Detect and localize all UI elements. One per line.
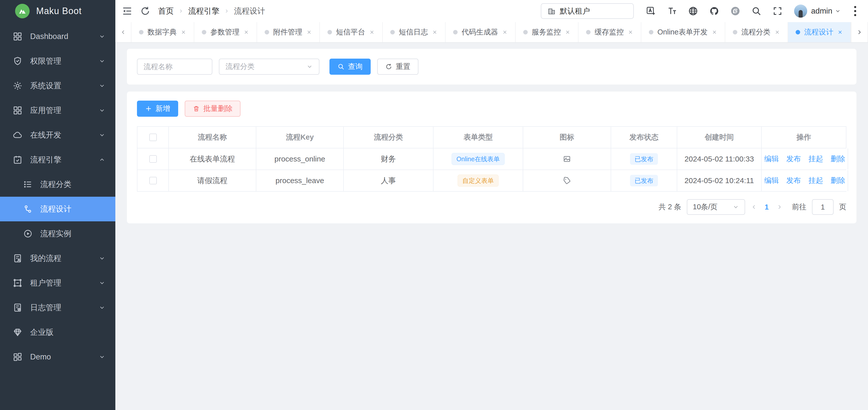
publish-link[interactable]: 发布 — [786, 176, 801, 186]
next-page-icon[interactable] — [776, 204, 783, 210]
gitee-icon[interactable] — [730, 6, 740, 16]
sidebar-item-my-flows[interactable]: 我的流程 — [0, 246, 115, 271]
add-button[interactable]: 新增 — [137, 100, 178, 117]
sidebar-item-dashboard[interactable]: Dashboard — [0, 24, 115, 49]
tab-dot — [733, 30, 737, 34]
github-icon[interactable] — [709, 6, 719, 16]
close-icon[interactable] — [244, 29, 249, 35]
building-icon — [547, 7, 556, 16]
breadcrumb-flow-engine[interactable]: 流程引擎 — [188, 6, 219, 16]
tab-flow-category[interactable]: 流程分类 — [725, 22, 788, 42]
select-all-checkbox[interactable] — [149, 134, 157, 141]
suspend-link[interactable]: 挂起 — [808, 154, 823, 164]
page-number[interactable]: 1 — [763, 203, 771, 211]
suspend-link[interactable]: 挂起 — [808, 176, 823, 186]
sidebar-item-app-management[interactable]: 应用管理 — [0, 98, 115, 123]
app-title: Maku Boot — [36, 6, 82, 16]
status-cell: 已发布 — [611, 148, 677, 170]
sidebar-item-flow-engine[interactable]: 流程引擎 — [0, 147, 115, 172]
tab-service-monitor[interactable]: 服务监控 — [516, 22, 579, 42]
close-icon[interactable] — [369, 29, 375, 35]
sidebar-item-system-settings[interactable]: 系统设置 — [0, 74, 115, 98]
add-button-label: 新增 — [156, 104, 170, 114]
close-icon[interactable] — [565, 29, 570, 35]
reset-button[interactable]: 重置 — [377, 59, 418, 75]
tab-code-generator[interactable]: 代码生成器 — [445, 22, 516, 42]
sidebar-item-flow-category[interactable]: 流程分类 — [0, 172, 115, 197]
page-size-select[interactable]: 10条/页 — [687, 199, 745, 215]
font-size-icon[interactable] — [667, 6, 677, 16]
publish-link[interactable]: 发布 — [786, 154, 801, 164]
sidebar-item-label: 权限管理 — [30, 56, 91, 66]
tabs-scroll-right[interactable] — [851, 22, 868, 42]
created-cell: 2024-05-02 10:24:11 — [677, 170, 762, 191]
close-icon[interactable] — [432, 29, 437, 35]
chevron-down-icon — [99, 354, 105, 360]
refresh-icon[interactable] — [140, 6, 151, 16]
user-name[interactable]: admin — [811, 6, 832, 16]
more-menu-icon[interactable] — [851, 6, 860, 16]
tab-sms-platform[interactable]: 短信平台 — [320, 22, 383, 42]
flow-design-icon — [23, 204, 33, 214]
pagination: 共 2 条 10条/页 1 前往 页 — [137, 199, 846, 215]
tab-parameter-management[interactable]: 参数管理 — [194, 22, 257, 42]
tab-online-form-dev[interactable]: Online表单开发 — [641, 22, 725, 42]
sidebar-item-enterprise[interactable]: 企业版 — [0, 320, 115, 345]
close-icon[interactable] — [502, 29, 508, 35]
chevron-up-icon — [99, 156, 105, 163]
flow-name-input[interactable] — [137, 59, 212, 75]
tab-flow-design[interactable]: 流程设计 — [788, 22, 851, 42]
edit-link[interactable]: 编辑 — [764, 154, 779, 164]
query-button[interactable]: 查询 — [330, 59, 371, 75]
fullscreen-icon[interactable] — [773, 6, 782, 16]
page-unit-label: 页 — [839, 202, 846, 212]
flow-category-select[interactable]: 流程分类 — [219, 59, 319, 75]
row-checkbox[interactable] — [149, 177, 157, 184]
avatar[interactable] — [794, 4, 807, 18]
tab-bar-end — [851, 22, 868, 42]
delete-link[interactable]: 删除 — [831, 176, 845, 186]
tab-sms-log[interactable]: 短信日志 — [383, 22, 445, 42]
close-icon[interactable] — [306, 29, 312, 35]
collapse-sidebar-icon[interactable] — [122, 6, 132, 16]
close-icon[interactable] — [775, 29, 780, 35]
prev-page-icon[interactable] — [751, 204, 757, 210]
globe-icon[interactable] — [688, 6, 698, 16]
row-checkbox[interactable] — [149, 155, 157, 163]
table-row: 在线表单流程 process_online 财务 Online在线表单 已发布 … — [137, 148, 846, 170]
document-check-icon — [12, 302, 23, 313]
close-icon[interactable] — [837, 29, 843, 35]
close-icon[interactable] — [712, 29, 717, 35]
translate-icon[interactable] — [646, 6, 656, 16]
app-logo[interactable]: Maku Boot — [0, 0, 115, 22]
close-icon[interactable] — [181, 29, 186, 35]
delete-link[interactable]: 删除 — [831, 154, 845, 164]
chevron-down-icon[interactable] — [835, 8, 841, 14]
tab-attachment-management[interactable]: 附件管理 — [257, 22, 320, 42]
sidebar-item-flow-instance[interactable]: 流程实例 — [0, 221, 115, 246]
tenant-name: 默认租户 — [560, 6, 590, 16]
plus-icon — [145, 105, 152, 112]
sidebar-item-label: 流程引擎 — [30, 154, 91, 165]
sidebar-item-flow-design[interactable]: 流程设计 — [0, 197, 115, 221]
sidebar-item-log-management[interactable]: 日志管理 — [0, 295, 115, 320]
icon-cell — [523, 148, 611, 170]
goto-page-input[interactable] — [812, 199, 834, 215]
edit-link[interactable]: 编辑 — [764, 176, 779, 186]
sidebar-item-permissions[interactable]: 权限管理 — [0, 49, 115, 74]
search-icon[interactable] — [751, 6, 762, 16]
sidebar-item-tenant-management[interactable]: 租户管理 — [0, 271, 115, 295]
close-icon[interactable] — [628, 29, 633, 35]
tab-data-dictionary[interactable]: 数据字典 — [131, 22, 194, 42]
row-actions: 编辑 发布 挂起 删除 — [764, 154, 845, 164]
trash-icon — [193, 105, 200, 112]
batch-delete-button[interactable]: 批量删除 — [185, 100, 241, 117]
tab-dot — [390, 30, 395, 34]
breadcrumb-home[interactable]: 首页 — [158, 6, 174, 16]
tab-cache-monitor[interactable]: 缓存监控 — [579, 22, 641, 42]
sidebar-item-demo[interactable]: Demo — [0, 345, 115, 369]
form-type-badge: 自定义表单 — [458, 175, 499, 187]
sidebar-item-online-dev[interactable]: 在线开发 — [0, 123, 115, 147]
tabs-scroll-left[interactable] — [115, 22, 131, 42]
tenant-select[interactable]: 默认租户 — [541, 3, 634, 19]
